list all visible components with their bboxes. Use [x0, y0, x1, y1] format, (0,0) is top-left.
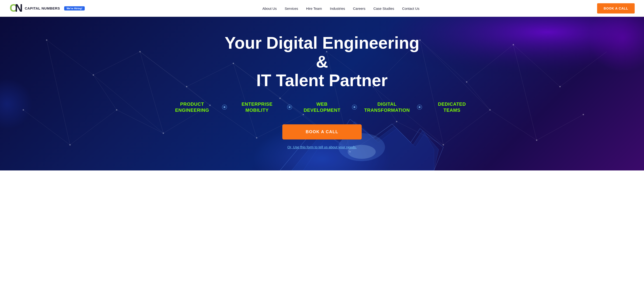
service-enterprise-mobility[interactable]: ENTERPRISEMOBILITY [228, 101, 286, 113]
nav-contact-us[interactable]: Contact Us [399, 5, 422, 12]
brand-name: CAPITAL NUMBERS [25, 6, 60, 10]
services-row: PRODUCTENGINEERING ENTERPRISEMOBILITY [159, 101, 485, 113]
dot-separator-4 [416, 103, 423, 111]
service-digital-transformation[interactable]: DIGITALTRANSFORMATION [358, 101, 416, 113]
hero-title-line2: IT Talent Partner [256, 71, 388, 90]
svg-point-85 [419, 107, 420, 108]
dot-separator-2 [286, 103, 293, 111]
dot-separator-3 [351, 103, 358, 111]
svg-point-82 [354, 107, 355, 108]
nav-about-us[interactable]: About Us [259, 5, 280, 12]
svg-text:N: N [15, 2, 22, 14]
svg-point-79 [289, 107, 290, 108]
nav-industries[interactable]: Industries [327, 5, 348, 12]
service-product-engineering[interactable]: PRODUCTENGINEERING [163, 101, 221, 113]
main-nav: About Us Services Hire Team Industries C… [85, 5, 597, 12]
service-digital-transformation-label: DIGITALTRANSFORMATION [360, 101, 413, 113]
header: C N CAPITAL NUMBERS We're Hiring! About … [0, 0, 644, 17]
svg-point-63 [349, 151, 351, 152]
nav-services[interactable]: Services [282, 5, 302, 12]
service-web-development[interactable]: WEBDEVELOPMENT [293, 101, 351, 113]
service-dedicated-teams[interactable]: DEDICATEDTEAMS [423, 101, 481, 113]
service-dedicated-teams-label: DEDICATEDTEAMS [426, 101, 478, 113]
logo-area: C N CAPITAL NUMBERS We're Hiring! [9, 2, 85, 15]
header-book-call-button[interactable]: BOOK A CALL [597, 3, 635, 13]
nav-case-studies[interactable]: Case Studies [370, 5, 397, 12]
hero-section: Your Digital Engineering & IT Talent Par… [0, 17, 644, 170]
hero-content: Your Digital Engineering & IT Talent Par… [5, 33, 639, 149]
logo-icon: C N [9, 2, 22, 15]
form-link[interactable]: Or, Use this form to tell us about your … [5, 145, 639, 149]
service-web-development-label: WEBDEVELOPMENT [296, 101, 348, 113]
svg-point-76 [224, 107, 225, 108]
hiring-badge[interactable]: We're Hiring! [64, 6, 85, 10]
service-product-engineering-label: PRODUCTENGINEERING [166, 101, 218, 113]
hero-title: Your Digital Engineering & IT Talent Par… [217, 33, 427, 90]
nav-careers[interactable]: Careers [350, 5, 369, 12]
dot-separator-1 [221, 103, 228, 111]
service-enterprise-mobility-label: ENTERPRISEMOBILITY [230, 101, 283, 113]
nav-hire-team[interactable]: Hire Team [303, 5, 325, 12]
logo-text: CAPITAL NUMBERS [25, 6, 60, 10]
cta-area: BOOK A CALL Or, Use this form to tell us… [5, 124, 639, 149]
hero-book-call-button[interactable]: BOOK A CALL [282, 124, 362, 140]
hero-title-line1: Your Digital Engineering & [225, 33, 420, 71]
